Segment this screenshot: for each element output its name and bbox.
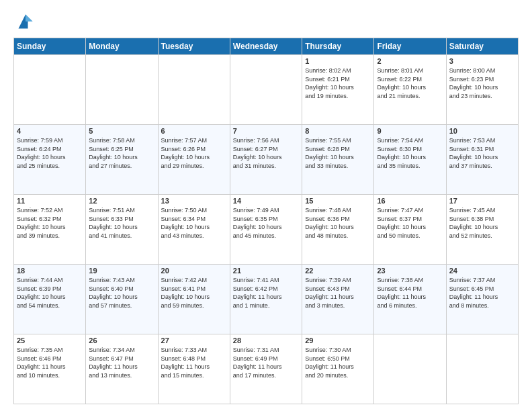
day-info: Sunrise: 7:48 AM Sunset: 6:36 PM Dayligh… [305, 206, 371, 240]
calendar-cell: 17Sunrise: 7:45 AM Sunset: 6:38 PM Dayli… [446, 195, 518, 265]
calendar-cell: 5Sunrise: 7:58 AM Sunset: 6:25 PM Daylig… [86, 125, 158, 195]
calendar-cell: 18Sunrise: 7:44 AM Sunset: 6:39 PM Dayli… [14, 265, 86, 334]
day-number: 11 [17, 197, 83, 205]
day-info: Sunrise: 7:39 AM Sunset: 6:43 PM Dayligh… [305, 276, 371, 310]
day-number: 23 [377, 267, 443, 275]
day-number: 14 [233, 197, 299, 205]
calendar-cell: 4Sunrise: 7:59 AM Sunset: 6:24 PM Daylig… [14, 125, 86, 195]
calendar-cell: 9Sunrise: 7:54 AM Sunset: 6:30 PM Daylig… [374, 125, 446, 195]
day-number: 20 [161, 267, 227, 275]
calendar-header-row: SundayMondayTuesdayWednesdayThursdayFrid… [14, 38, 519, 55]
day-info: Sunrise: 7:30 AM Sunset: 6:50 PM Dayligh… [305, 346, 371, 379]
day-number: 27 [161, 336, 227, 345]
day-info: Sunrise: 7:52 AM Sunset: 6:32 PM Dayligh… [17, 206, 83, 240]
day-info: Sunrise: 8:01 AM Sunset: 6:22 PM Dayligh… [377, 66, 443, 100]
calendar-cell: 21Sunrise: 7:41 AM Sunset: 6:42 PM Dayli… [230, 265, 302, 334]
day-info: Sunrise: 8:02 AM Sunset: 6:21 PM Dayligh… [305, 66, 371, 100]
calendar-cell: 1Sunrise: 8:02 AM Sunset: 6:21 PM Daylig… [302, 55, 374, 125]
day-info: Sunrise: 7:55 AM Sunset: 6:28 PM Dayligh… [305, 136, 371, 170]
day-info: Sunrise: 7:44 AM Sunset: 6:39 PM Dayligh… [17, 276, 83, 310]
calendar-week-5: 25Sunrise: 7:35 AM Sunset: 6:46 PM Dayli… [14, 334, 519, 404]
calendar-cell: 19Sunrise: 7:43 AM Sunset: 6:40 PM Dayli… [86, 265, 158, 334]
calendar-cell: 20Sunrise: 7:42 AM Sunset: 6:41 PM Dayli… [158, 265, 230, 334]
day-info: Sunrise: 7:45 AM Sunset: 6:38 PM Dayligh… [449, 206, 515, 240]
calendar-cell: 7Sunrise: 7:56 AM Sunset: 6:27 PM Daylig… [230, 125, 302, 195]
calendar-cell: 12Sunrise: 7:51 AM Sunset: 6:33 PM Dayli… [86, 195, 158, 265]
day-number: 2 [377, 57, 443, 65]
day-number: 8 [305, 127, 371, 135]
day-number: 29 [305, 336, 371, 345]
day-info: Sunrise: 7:58 AM Sunset: 6:25 PM Dayligh… [89, 136, 154, 170]
calendar-header-saturday: Saturday [446, 38, 518, 55]
day-number: 19 [89, 267, 154, 275]
day-info: Sunrise: 7:33 AM Sunset: 6:48 PM Dayligh… [161, 346, 227, 379]
day-info: Sunrise: 7:37 AM Sunset: 6:45 PM Dayligh… [449, 276, 515, 310]
calendar-cell: 8Sunrise: 7:55 AM Sunset: 6:28 PM Daylig… [302, 125, 374, 195]
calendar-cell: 23Sunrise: 7:38 AM Sunset: 6:44 PM Dayli… [374, 265, 446, 334]
day-info: Sunrise: 7:56 AM Sunset: 6:27 PM Dayligh… [233, 136, 299, 170]
day-info: Sunrise: 7:31 AM Sunset: 6:49 PM Dayligh… [233, 346, 299, 379]
day-number: 5 [89, 127, 154, 135]
day-number: 1 [305, 57, 371, 65]
calendar-week-2: 4Sunrise: 7:59 AM Sunset: 6:24 PM Daylig… [14, 125, 519, 195]
calendar-cell: 11Sunrise: 7:52 AM Sunset: 6:32 PM Dayli… [14, 195, 86, 265]
calendar-cell [374, 334, 446, 404]
logo [13, 12, 35, 31]
day-number: 21 [233, 267, 299, 275]
calendar-week-3: 11Sunrise: 7:52 AM Sunset: 6:32 PM Dayli… [14, 195, 519, 265]
calendar-cell [14, 55, 86, 125]
calendar-header-tuesday: Tuesday [158, 38, 230, 55]
day-number: 16 [377, 197, 443, 205]
calendar-header-thursday: Thursday [302, 38, 374, 55]
calendar-header-sunday: Sunday [14, 38, 86, 55]
calendar-cell: 22Sunrise: 7:39 AM Sunset: 6:43 PM Dayli… [302, 265, 374, 334]
day-number: 10 [449, 127, 515, 135]
calendar-cell: 15Sunrise: 7:48 AM Sunset: 6:36 PM Dayli… [302, 195, 374, 265]
day-info: Sunrise: 7:34 AM Sunset: 6:47 PM Dayligh… [89, 346, 154, 379]
calendar-cell: 6Sunrise: 7:57 AM Sunset: 6:26 PM Daylig… [158, 125, 230, 195]
calendar: SundayMondayTuesdayWednesdayThursdayFrid… [13, 38, 519, 404]
calendar-header-friday: Friday [374, 38, 446, 55]
calendar-cell: 29Sunrise: 7:30 AM Sunset: 6:50 PM Dayli… [302, 334, 374, 404]
day-number: 26 [89, 336, 154, 345]
day-info: Sunrise: 7:49 AM Sunset: 6:35 PM Dayligh… [233, 206, 299, 240]
day-number: 24 [449, 267, 515, 275]
calendar-week-4: 18Sunrise: 7:44 AM Sunset: 6:39 PM Dayli… [14, 265, 519, 334]
calendar-header-monday: Monday [86, 38, 158, 55]
day-number: 18 [17, 267, 83, 275]
logo-icon [16, 12, 35, 31]
day-number: 7 [233, 127, 299, 135]
day-number: 6 [161, 127, 227, 135]
day-number: 17 [449, 197, 515, 205]
calendar-cell: 16Sunrise: 7:47 AM Sunset: 6:37 PM Dayli… [374, 195, 446, 265]
day-number: 3 [449, 57, 515, 65]
day-info: Sunrise: 7:42 AM Sunset: 6:41 PM Dayligh… [161, 276, 227, 310]
day-info: Sunrise: 7:50 AM Sunset: 6:34 PM Dayligh… [161, 206, 227, 240]
calendar-cell [158, 55, 230, 125]
calendar-cell: 27Sunrise: 7:33 AM Sunset: 6:48 PM Dayli… [158, 334, 230, 404]
calendar-header-wednesday: Wednesday [230, 38, 302, 55]
calendar-cell: 13Sunrise: 7:50 AM Sunset: 6:34 PM Dayli… [158, 195, 230, 265]
day-info: Sunrise: 7:41 AM Sunset: 6:42 PM Dayligh… [233, 276, 299, 310]
day-info: Sunrise: 7:38 AM Sunset: 6:44 PM Dayligh… [377, 276, 443, 310]
header [13, 12, 519, 31]
svg-marker-1 [26, 15, 33, 22]
calendar-cell: 2Sunrise: 8:01 AM Sunset: 6:22 PM Daylig… [374, 55, 446, 125]
calendar-cell [86, 55, 158, 125]
day-number: 22 [305, 267, 371, 275]
calendar-cell: 14Sunrise: 7:49 AM Sunset: 6:35 PM Dayli… [230, 195, 302, 265]
day-info: Sunrise: 7:35 AM Sunset: 6:46 PM Dayligh… [17, 346, 83, 379]
day-number: 12 [89, 197, 154, 205]
day-number: 25 [17, 336, 83, 345]
day-info: Sunrise: 7:51 AM Sunset: 6:33 PM Dayligh… [89, 206, 154, 240]
day-info: Sunrise: 7:47 AM Sunset: 6:37 PM Dayligh… [377, 206, 443, 240]
calendar-cell: 26Sunrise: 7:34 AM Sunset: 6:47 PM Dayli… [86, 334, 158, 404]
day-info: Sunrise: 7:54 AM Sunset: 6:30 PM Dayligh… [377, 136, 443, 170]
calendar-cell: 25Sunrise: 7:35 AM Sunset: 6:46 PM Dayli… [14, 334, 86, 404]
day-info: Sunrise: 7:59 AM Sunset: 6:24 PM Dayligh… [17, 136, 83, 170]
day-info: Sunrise: 7:43 AM Sunset: 6:40 PM Dayligh… [89, 276, 154, 310]
day-number: 9 [377, 127, 443, 135]
day-number: 4 [17, 127, 83, 135]
page: SundayMondayTuesdayWednesdayThursdayFrid… [0, 0, 532, 411]
day-info: Sunrise: 8:00 AM Sunset: 6:23 PM Dayligh… [449, 66, 515, 100]
